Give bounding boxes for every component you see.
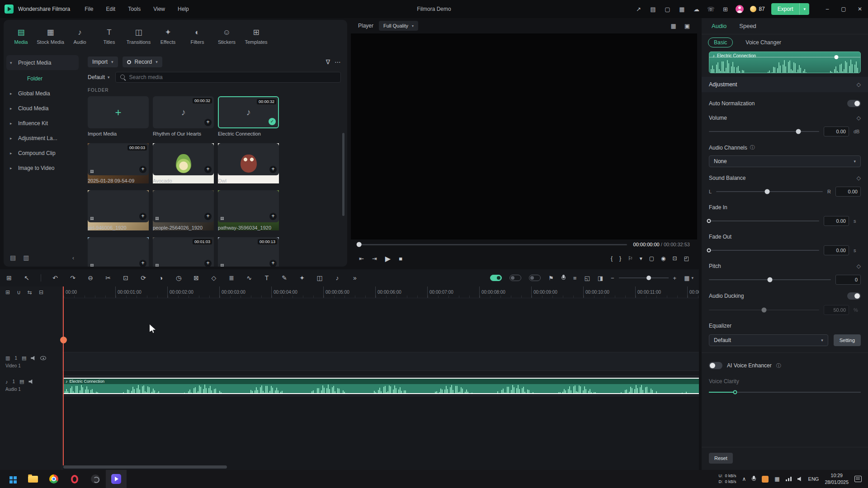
pitch-keyframe-icon[interactable]: ◇	[857, 263, 861, 269]
export-caret-icon[interactable]: ▾	[799, 3, 809, 15]
ruler-label[interactable]: 00:00:02:00	[167, 286, 219, 298]
expand-caret-icon[interactable]: ▸	[10, 166, 14, 170]
maximize-button[interactable]: ▢	[835, 0, 852, 18]
play-icon[interactable]: ▶	[385, 254, 391, 263]
mask-icon[interactable]: ◱	[584, 275, 590, 282]
more-options-icon[interactable]: ⋯	[335, 58, 341, 66]
add-to-timeline-button[interactable]: +	[139, 166, 146, 173]
playhead-handle[interactable]	[60, 337, 67, 343]
tab-stickers[interactable]: ☺ Stickers	[212, 28, 241, 45]
mute-track-icon[interactable]	[28, 380, 33, 384]
apps-grid-icon[interactable]: ⊞	[721, 6, 729, 13]
multi-view-icon[interactable]: ▦	[670, 23, 676, 29]
fade-out-value[interactable]: 0.00	[824, 245, 849, 255]
ruler-label[interactable]: 00:00:09:00	[531, 286, 583, 298]
media-item[interactable]: + ♪ 00:00:03 ▤ + ✓ 2025-01-28 09-54-09	[88, 143, 149, 183]
tab-media[interactable]: ▤ Media	[6, 28, 36, 45]
media-thumbnail[interactable]: + ♪ ▤ + ✓	[88, 96, 149, 128]
sidebar-item-folder[interactable]: Folder	[4, 71, 81, 86]
file-explorer-icon[interactable]	[23, 470, 43, 488]
media-item[interactable]: + ♪ ▤ + ✓	[88, 237, 149, 267]
ducking-slider[interactable]	[709, 310, 819, 310]
network-icon[interactable]	[786, 477, 792, 481]
equalizer-dropdown[interactable]: Default ▾	[709, 334, 828, 346]
volume-keyframe-icon[interactable]: ◇	[857, 115, 861, 121]
color-correction-icon[interactable]: ◑	[157, 274, 165, 282]
record-button[interactable]: Record ▾	[123, 56, 162, 67]
volume-slider[interactable]	[709, 131, 819, 132]
mute-track-icon[interactable]	[31, 356, 36, 361]
menu-item[interactable]: Tools	[128, 6, 141, 12]
sidebar-item-influence-kit[interactable]: ▸ Influence Kit	[4, 116, 81, 131]
audio-ducking-toggle[interactable]	[847, 292, 861, 300]
media-thumbnail[interactable]: + ♪ ▤ + ✓	[153, 143, 214, 175]
info-icon[interactable]: ⓘ	[776, 362, 781, 369]
tab-transitions[interactable]: ◫ Transitions	[124, 28, 153, 45]
video-track-lane[interactable]	[62, 352, 699, 371]
ruler-label[interactable]: 00:00:03:00	[219, 286, 271, 298]
display-icon[interactable]: ▢	[663, 6, 671, 13]
video-preview[interactable]	[351, 33, 697, 239]
expand-caret-icon[interactable]: ▾	[10, 61, 14, 65]
language-indicator[interactable]: ENG	[808, 476, 819, 482]
edit-pen-icon[interactable]: ✎	[281, 274, 288, 282]
search-input[interactable]	[129, 74, 336, 80]
media-thumbnail[interactable]: + ♪ ▤ + ✓	[218, 143, 279, 175]
auto-normalization-toggle[interactable]	[847, 100, 861, 107]
image-compare-icon[interactable]: ▣	[684, 23, 690, 29]
media-thumbnail[interactable]: + ♪ ▤ + ✓	[153, 190, 214, 222]
add-to-timeline-button[interactable]: +	[204, 166, 212, 173]
volume-value[interactable]: 0.00	[824, 127, 849, 136]
equalizer-setting-button[interactable]: Setting	[834, 334, 861, 346]
skip-render-toggle[interactable]	[529, 275, 541, 281]
duration-clock-icon[interactable]: ◷	[175, 274, 182, 282]
voiceover-record-icon[interactable]	[561, 275, 566, 282]
magnet-snap-icon[interactable]: ∪	[17, 289, 21, 296]
mark-in-icon[interactable]: {	[611, 255, 613, 262]
media-thumbnail[interactable]: + ♪ ▤ + ✓	[88, 190, 149, 222]
media-thumbnail[interactable]: + ♪ 00:01:03 ▤ + ✓	[153, 237, 214, 267]
media-item[interactable]: + ♪ ▤ + ✓ Import Media	[88, 96, 149, 136]
speed-icon[interactable]: ⟳	[140, 274, 147, 282]
workspace-layout-icon[interactable]: ▦	[678, 6, 686, 13]
pip-icon[interactable]: ◫	[316, 274, 323, 282]
media-scrollbar[interactable]	[342, 133, 344, 216]
media-item[interactable]: + ♪ ▤ + ✓ Owl	[218, 143, 279, 183]
add-to-timeline-button[interactable]: +	[269, 260, 277, 267]
add-to-timeline-button[interactable]: +	[139, 213, 146, 220]
search-box[interactable]	[115, 72, 341, 83]
frame-step-icon[interactable]: ⇥	[372, 255, 377, 262]
ai-voice-enhancer-toggle[interactable]	[709, 362, 722, 369]
fullscreen-icon[interactable]: ◰	[684, 255, 689, 262]
menu-item[interactable]: File	[85, 6, 93, 12]
ruler-label[interactable]: 00:00:07:00	[427, 286, 479, 298]
audio-track-lane[interactable]: ♪ Electric Connection	[62, 375, 699, 396]
link-clips-icon[interactable]: ⊟	[39, 289, 43, 296]
timeline-ruler[interactable]: 00:0000:00:01:0000:00:02:0000:00:03:0000…	[62, 286, 699, 298]
transform-icon[interactable]: ⊠	[193, 274, 200, 282]
effects-icon[interactable]: ✦	[298, 274, 306, 282]
start-button[interactable]	[2, 470, 23, 488]
media-item[interactable]: + ♪ 00:00:32 ▤ + ✓ Electric Connection	[218, 96, 279, 136]
auto-ripple-icon[interactable]: ⇆	[28, 289, 32, 296]
media-thumbnail[interactable]: + ♪ 00:00:03 ▤ + ✓	[88, 143, 149, 175]
sort-dropdown[interactable]: Default ▾	[88, 74, 110, 80]
marker-icon[interactable]: ⚑	[548, 275, 554, 282]
media-item[interactable]: + ♪ 00:00:32 ▤ + ✓ Rhythm of Our Hearts	[153, 96, 214, 136]
sidebar-item-global-media[interactable]: ▸ Global Media	[4, 86, 81, 101]
keyframe-panel-icon[interactable]: ◨	[598, 275, 603, 282]
menu-item[interactable]: Edit	[106, 6, 116, 12]
keyframe-icon[interactable]: ◇	[210, 274, 217, 282]
hide-track-icon[interactable]	[40, 356, 46, 360]
new-folder-icon[interactable]: ▤	[10, 254, 16, 261]
insert-media-icon[interactable]: ⊞	[5, 289, 10, 296]
sidebar-item-project-media[interactable]: ▾ Project Media	[6, 55, 79, 70]
timeline-scrollbar[interactable]	[63, 465, 227, 469]
expand-caret-icon[interactable]: ▸	[10, 151, 14, 155]
seek-bar[interactable]	[358, 244, 627, 245]
mirror-display-icon[interactable]: ▢	[649, 255, 654, 262]
zoom-slider[interactable]	[619, 277, 669, 278]
redo-icon[interactable]: ↷	[69, 274, 76, 282]
sidebar-item-image-to-video[interactable]: ▸ Image to Video	[4, 160, 81, 175]
preview-quality-toggle[interactable]	[509, 275, 521, 281]
